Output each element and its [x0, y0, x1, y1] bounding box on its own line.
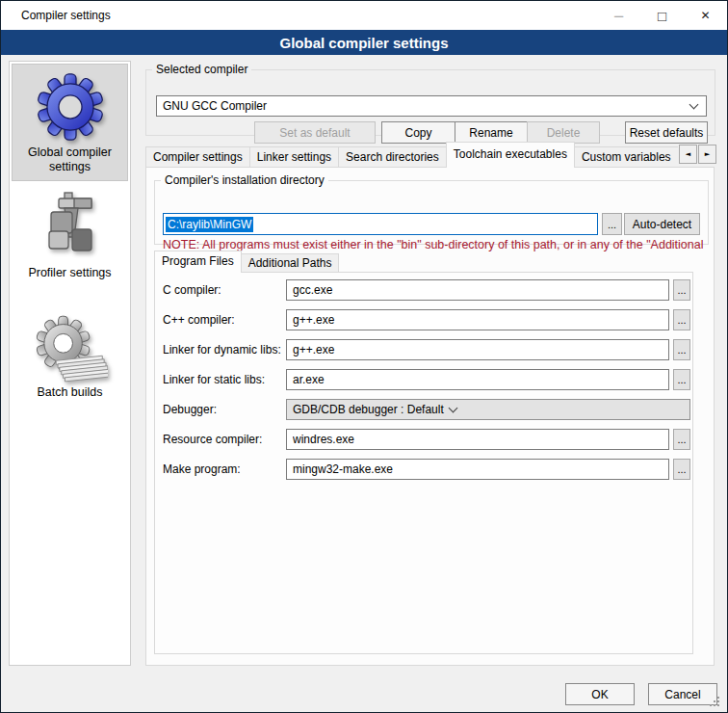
make-program-label: Make program: [163, 459, 241, 480]
copy-label: Copy [404, 126, 431, 140]
copy-button[interactable]: Copy [381, 121, 455, 144]
linker-dynamic-row: Linker for dynamic libs: ... [155, 339, 692, 360]
tab-scroll-right-button[interactable]: ► [698, 145, 716, 164]
ellipsis-icon: ... [677, 316, 686, 325]
debugger-label: Debugger: [163, 399, 217, 420]
minimize-button[interactable]: ─ [597, 1, 640, 30]
maximize-icon: □ [658, 8, 666, 24]
make-program-input[interactable] [286, 459, 669, 480]
delete-label: Delete [547, 126, 581, 140]
sidebar-item-label: Profiler settings [12, 264, 128, 286]
subtab-label: Additional Paths [248, 256, 332, 270]
close-icon: ✕ [700, 9, 710, 22]
chevron-down-icon [689, 100, 699, 110]
debugger-value: GDB/CDB debugger : Default [293, 403, 444, 416]
tab-label: Custom variables [582, 150, 671, 164]
reset-defaults-label: Reset defaults [630, 126, 704, 140]
cpp-compiler-row: C++ compiler: ... [155, 309, 692, 330]
tab-compiler-settings[interactable]: Compiler settings [145, 146, 250, 167]
installation-directory-input[interactable]: C:\raylib\MinGW [163, 213, 598, 235]
subtab-additional-paths[interactable]: Additional Paths [241, 253, 340, 272]
cpp-compiler-input[interactable] [286, 309, 669, 330]
resource-compiler-browse-button[interactable]: ... [673, 429, 690, 450]
tab-label: Compiler settings [153, 150, 243, 164]
blue-gear-icon [13, 70, 127, 144]
installation-directory-group-label: Compiler's installation directory [161, 173, 328, 187]
tab-label: Linker settings [257, 150, 331, 164]
ellipsis-icon: ... [677, 465, 686, 474]
cpp-compiler-browse-button[interactable]: ... [673, 309, 690, 330]
tab-custom-variables[interactable]: Custom variables [574, 146, 678, 167]
debugger-row: Debugger: GDB/CDB debugger : Default [155, 399, 692, 420]
installation-directory-group: Compiler's installation directory C:\ray… [154, 173, 709, 245]
make-program-row: Make program: ... [155, 459, 692, 480]
tab-label: Search directories [346, 150, 439, 164]
linker-static-input[interactable] [286, 369, 669, 390]
cancel-label: Cancel [664, 688, 700, 701]
auto-detect-label: Auto-detect [633, 218, 691, 231]
installation-directory-browse-button[interactable]: ... [602, 213, 622, 235]
sidebar-item-label: Batch builds [12, 383, 128, 406]
window-title: Compiler settings [21, 9, 111, 22]
make-program-browse-button[interactable]: ... [673, 459, 690, 480]
title-bar[interactable]: Compiler settings ─ □ ✕ [1, 1, 727, 30]
minimize-icon: ─ [614, 9, 623, 23]
ellipsis-icon: ... [608, 220, 616, 229]
rename-button[interactable]: Rename [455, 121, 528, 144]
program-files-page: C compiler: ... C++ compiler: ... Linker… [154, 272, 693, 654]
dialog-header: Global compiler settings [1, 30, 727, 55]
tab-label: Toolchain executables [454, 147, 567, 161]
linker-static-row: Linker for static libs: ... [155, 369, 692, 390]
toolchain-executables-page: Compiler's installation directory C:\ray… [145, 167, 715, 666]
ellipsis-icon: ... [677, 376, 686, 384]
cancel-button[interactable]: Cancel [648, 683, 717, 705]
caliper-blocks-icon [12, 191, 128, 264]
tab-scroll-left-button[interactable]: ◄ [679, 145, 697, 164]
tab-linker-settings[interactable]: Linker settings [249, 146, 339, 167]
reset-defaults-button[interactable]: Reset defaults [625, 121, 708, 144]
c-compiler-browse-button[interactable]: ... [673, 279, 690, 301]
c-compiler-input[interactable] [286, 279, 669, 301]
selected-compiler-group: Selected compiler GNU GCC Compiler Set a… [145, 63, 715, 136]
debugger-dropdown[interactable]: GDB/CDB debugger : Default [286, 399, 690, 420]
set-as-default-button: Set as default [254, 121, 376, 144]
sidebar-item-profiler-settings[interactable]: Profiler settings [12, 185, 128, 301]
linker-dynamic-label: Linker for dynamic libs: [163, 339, 281, 360]
chevron-down-icon [448, 404, 457, 413]
auto-detect-button[interactable]: Auto-detect [624, 213, 700, 235]
resize-grip[interactable] [710, 697, 712, 699]
page-title: Global compiler settings [279, 35, 448, 51]
toolchain-subtabs: Program Files Additional Paths [154, 251, 338, 273]
subtab-label: Program Files [162, 254, 234, 268]
sidebar-item-global-compiler-settings[interactable]: Global compiler settings [12, 64, 128, 181]
maximize-button[interactable]: □ [640, 1, 684, 30]
window-controls: ─ □ ✕ [597, 1, 727, 30]
selected-compiler-value: GNU GCC Compiler [163, 99, 685, 113]
ok-button[interactable]: OK [565, 683, 635, 705]
c-compiler-row: C compiler: ... [155, 279, 692, 301]
rename-label: Rename [469, 126, 512, 140]
sidebar-item-batch-builds[interactable]: Batch builds [12, 304, 128, 418]
tab-search-directories[interactable]: Search directories [338, 146, 447, 167]
ellipsis-icon: ... [677, 346, 686, 355]
installation-directory-value: C:\raylib\MinGW [166, 217, 253, 232]
ok-label: OK [591, 688, 608, 701]
close-button[interactable]: ✕ [684, 1, 727, 30]
linker-static-label: Linker for static libs: [163, 369, 265, 390]
linker-dynamic-input[interactable] [286, 339, 669, 360]
tab-scroll-buttons: ◄ ► [678, 145, 716, 164]
subtab-program-files[interactable]: Program Files [154, 251, 242, 273]
cpp-compiler-label: C++ compiler: [163, 309, 235, 330]
settings-tabs: Compiler settings Linker settings Search… [145, 142, 678, 168]
c-compiler-label: C compiler: [163, 279, 221, 301]
resource-compiler-row: Resource compiler: ... [155, 429, 692, 450]
resource-compiler-input[interactable] [286, 429, 669, 450]
tab-toolchain-executables[interactable]: Toolchain executables [446, 142, 575, 168]
selected-compiler-dropdown[interactable]: GNU GCC Compiler [156, 95, 707, 117]
ellipsis-icon: ... [677, 286, 686, 295]
linker-dynamic-browse-button[interactable]: ... [673, 339, 690, 360]
linker-static-browse-button[interactable]: ... [673, 369, 690, 390]
scroll-left-icon: ◄ [686, 150, 690, 158]
ellipsis-icon: ... [677, 436, 686, 444]
gear-papers-icon [12, 310, 128, 383]
